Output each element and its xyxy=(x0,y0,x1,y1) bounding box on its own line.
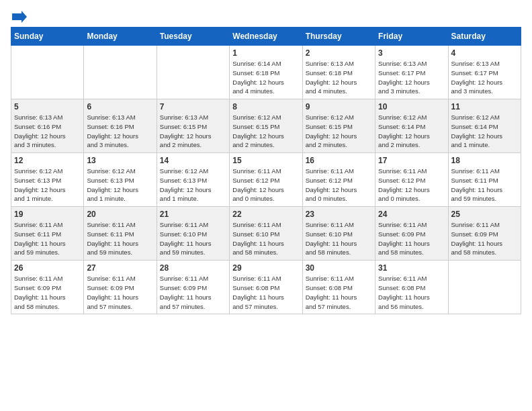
day-number: 25 xyxy=(451,210,518,219)
day-info: Sunrise: 6:13 AM Sunset: 6:17 PM Dayligh… xyxy=(451,59,518,96)
day-number: 10 xyxy=(378,102,445,111)
day-header-sunday: Sunday xyxy=(11,28,84,46)
calendar-cell: 11Sunrise: 6:12 AM Sunset: 6:14 PM Dayli… xyxy=(448,99,521,153)
day-info: Sunrise: 6:11 AM Sunset: 6:12 PM Dayligh… xyxy=(306,167,372,203)
day-info: Sunrise: 6:12 AM Sunset: 6:13 PM Dayligh… xyxy=(87,167,153,203)
day-header-wednesday: Wednesday xyxy=(230,28,302,46)
day-number: 1 xyxy=(232,48,299,58)
day-info: Sunrise: 6:12 AM Sunset: 6:14 PM Dayligh… xyxy=(378,113,445,150)
calendar-cell: 18Sunrise: 6:11 AM Sunset: 6:11 PM Dayli… xyxy=(448,153,521,207)
logo-arrow-icon xyxy=(12,11,27,23)
calendar-cell: 6Sunrise: 6:13 AM Sunset: 6:16 PM Daylig… xyxy=(84,99,157,153)
day-info: Sunrise: 6:11 AM Sunset: 6:10 PM Dayligh… xyxy=(232,220,299,257)
calendar-cell: 16Sunrise: 6:11 AM Sunset: 6:12 PM Dayli… xyxy=(302,153,375,207)
day-info: Sunrise: 6:11 AM Sunset: 6:12 PM Dayligh… xyxy=(232,167,299,203)
day-info: Sunrise: 6:11 AM Sunset: 6:10 PM Dayligh… xyxy=(306,220,372,257)
day-info: Sunrise: 6:11 AM Sunset: 6:09 PM Dayligh… xyxy=(378,220,445,257)
day-number: 28 xyxy=(160,263,226,273)
calendar-week-row: 19Sunrise: 6:11 AM Sunset: 6:11 PM Dayli… xyxy=(11,207,521,261)
day-number: 20 xyxy=(87,210,153,219)
calendar-header-row: SundayMondayTuesdayWednesdayThursdayFrid… xyxy=(11,28,521,46)
calendar-week-row: 26Sunrise: 6:11 AM Sunset: 6:09 PM Dayli… xyxy=(11,261,521,314)
day-info: Sunrise: 6:12 AM Sunset: 6:15 PM Dayligh… xyxy=(306,113,372,150)
calendar-week-row: 1Sunrise: 6:14 AM Sunset: 6:18 PM Daylig… xyxy=(11,46,521,99)
day-number: 24 xyxy=(378,210,445,219)
day-number: 21 xyxy=(160,210,226,219)
day-number: 14 xyxy=(160,156,226,165)
calendar-cell: 20Sunrise: 6:11 AM Sunset: 6:11 PM Dayli… xyxy=(84,207,157,261)
day-info: Sunrise: 6:11 AM Sunset: 6:10 PM Dayligh… xyxy=(160,220,226,257)
calendar-cell: 8Sunrise: 6:12 AM Sunset: 6:15 PM Daylig… xyxy=(230,99,302,153)
day-info: Sunrise: 6:11 AM Sunset: 6:09 PM Dayligh… xyxy=(14,274,81,311)
calendar-cell: 21Sunrise: 6:11 AM Sunset: 6:10 PM Dayli… xyxy=(157,207,229,261)
day-info: Sunrise: 6:13 AM Sunset: 6:18 PM Dayligh… xyxy=(306,59,372,96)
day-number: 19 xyxy=(14,210,81,219)
day-number: 16 xyxy=(306,156,372,165)
day-info: Sunrise: 6:11 AM Sunset: 6:08 PM Dayligh… xyxy=(232,274,299,311)
calendar-week-row: 12Sunrise: 6:12 AM Sunset: 6:13 PM Dayli… xyxy=(11,153,521,207)
calendar-cell: 23Sunrise: 6:11 AM Sunset: 6:10 PM Dayli… xyxy=(302,207,375,261)
day-number: 11 xyxy=(451,102,518,111)
day-number: 4 xyxy=(451,48,518,58)
day-header-friday: Friday xyxy=(375,28,448,46)
day-info: Sunrise: 6:11 AM Sunset: 6:11 PM Dayligh… xyxy=(14,220,81,257)
calendar-cell: 29Sunrise: 6:11 AM Sunset: 6:08 PM Dayli… xyxy=(230,261,302,314)
day-number: 29 xyxy=(232,263,299,273)
day-number: 27 xyxy=(87,263,153,273)
calendar-cell xyxy=(157,46,229,99)
calendar-cell: 26Sunrise: 6:11 AM Sunset: 6:09 PM Dayli… xyxy=(11,261,84,314)
calendar-cell: 31Sunrise: 6:11 AM Sunset: 6:08 PM Dayli… xyxy=(375,261,448,314)
day-number: 31 xyxy=(378,263,445,273)
calendar-cell: 5Sunrise: 6:13 AM Sunset: 6:16 PM Daylig… xyxy=(11,99,84,153)
day-info: Sunrise: 6:12 AM Sunset: 6:14 PM Dayligh… xyxy=(451,113,518,150)
calendar-cell: 17Sunrise: 6:11 AM Sunset: 6:12 PM Dayli… xyxy=(375,153,448,207)
day-number: 6 xyxy=(87,102,153,111)
day-number: 3 xyxy=(378,48,445,58)
day-number: 23 xyxy=(306,210,372,219)
calendar-cell: 25Sunrise: 6:11 AM Sunset: 6:09 PM Dayli… xyxy=(448,207,521,261)
calendar-cell: 9Sunrise: 6:12 AM Sunset: 6:15 PM Daylig… xyxy=(302,99,375,153)
day-header-saturday: Saturday xyxy=(448,28,521,46)
day-info: Sunrise: 6:11 AM Sunset: 6:09 PM Dayligh… xyxy=(87,274,153,311)
day-header-thursday: Thursday xyxy=(302,28,375,46)
calendar-table: SundayMondayTuesdayWednesdayThursdayFrid… xyxy=(11,27,521,314)
day-number: 13 xyxy=(87,156,153,165)
svg-marker-0 xyxy=(12,11,27,23)
calendar-cell: 3Sunrise: 6:13 AM Sunset: 6:17 PM Daylig… xyxy=(375,46,448,99)
day-number: 8 xyxy=(232,102,299,111)
calendar-cell: 24Sunrise: 6:11 AM Sunset: 6:09 PM Dayli… xyxy=(375,207,448,261)
day-info: Sunrise: 6:13 AM Sunset: 6:17 PM Dayligh… xyxy=(378,59,445,96)
calendar-week-row: 5Sunrise: 6:13 AM Sunset: 6:16 PM Daylig… xyxy=(11,99,521,153)
day-info: Sunrise: 6:11 AM Sunset: 6:08 PM Dayligh… xyxy=(378,274,445,311)
calendar-cell xyxy=(11,46,84,99)
day-number: 9 xyxy=(306,102,372,111)
day-number: 7 xyxy=(160,102,226,111)
day-info: Sunrise: 6:12 AM Sunset: 6:15 PM Dayligh… xyxy=(232,113,299,150)
day-number: 26 xyxy=(14,263,81,273)
page-header xyxy=(11,11,521,19)
day-number: 2 xyxy=(306,48,372,58)
calendar-cell: 27Sunrise: 6:11 AM Sunset: 6:09 PM Dayli… xyxy=(84,261,157,314)
day-info: Sunrise: 6:13 AM Sunset: 6:16 PM Dayligh… xyxy=(14,113,81,150)
day-info: Sunrise: 6:11 AM Sunset: 6:11 PM Dayligh… xyxy=(451,167,518,203)
calendar-cell: 15Sunrise: 6:11 AM Sunset: 6:12 PM Dayli… xyxy=(230,153,302,207)
calendar-cell: 4Sunrise: 6:13 AM Sunset: 6:17 PM Daylig… xyxy=(448,46,521,99)
day-info: Sunrise: 6:13 AM Sunset: 6:15 PM Dayligh… xyxy=(160,113,226,150)
day-header-monday: Monday xyxy=(84,28,157,46)
day-info: Sunrise: 6:14 AM Sunset: 6:18 PM Dayligh… xyxy=(232,59,299,96)
day-info: Sunrise: 6:11 AM Sunset: 6:12 PM Dayligh… xyxy=(378,167,445,203)
day-number: 22 xyxy=(232,210,299,219)
calendar-cell xyxy=(448,261,521,314)
calendar-cell: 14Sunrise: 6:12 AM Sunset: 6:13 PM Dayli… xyxy=(157,153,229,207)
calendar-cell: 30Sunrise: 6:11 AM Sunset: 6:08 PM Dayli… xyxy=(302,261,375,314)
day-number: 17 xyxy=(378,156,445,165)
calendar-cell: 28Sunrise: 6:11 AM Sunset: 6:09 PM Dayli… xyxy=(157,261,229,314)
day-info: Sunrise: 6:11 AM Sunset: 6:11 PM Dayligh… xyxy=(87,220,153,257)
day-info: Sunrise: 6:11 AM Sunset: 6:09 PM Dayligh… xyxy=(160,274,226,311)
day-info: Sunrise: 6:12 AM Sunset: 6:13 PM Dayligh… xyxy=(14,167,81,203)
day-number: 15 xyxy=(232,156,299,165)
calendar-cell: 7Sunrise: 6:13 AM Sunset: 6:15 PM Daylig… xyxy=(157,99,229,153)
day-info: Sunrise: 6:13 AM Sunset: 6:16 PM Dayligh… xyxy=(87,113,153,150)
calendar-cell xyxy=(84,46,157,99)
calendar-cell: 10Sunrise: 6:12 AM Sunset: 6:14 PM Dayli… xyxy=(375,99,448,153)
